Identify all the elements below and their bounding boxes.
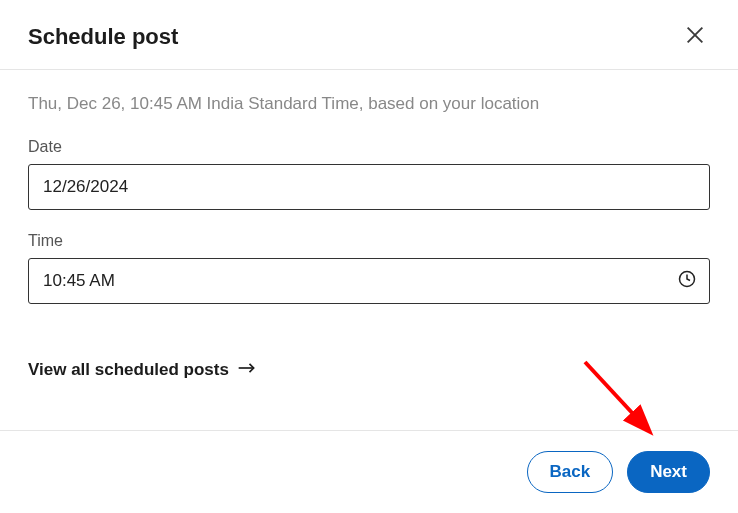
time-field-group: Time xyxy=(28,232,710,304)
schedule-post-modal: Schedule post Thu, Dec 26, 10:45 AM Indi… xyxy=(0,0,738,513)
time-input[interactable] xyxy=(28,258,710,304)
time-label: Time xyxy=(28,232,710,250)
modal-header: Schedule post xyxy=(0,0,738,70)
next-button[interactable]: Next xyxy=(627,451,710,493)
close-button[interactable] xyxy=(680,20,710,53)
time-input-wrapper xyxy=(28,258,710,304)
view-all-label: View all scheduled posts xyxy=(28,360,229,380)
back-button[interactable]: Back xyxy=(527,451,614,493)
date-input[interactable] xyxy=(28,164,710,210)
close-icon xyxy=(684,24,706,49)
modal-title: Schedule post xyxy=(28,24,178,50)
arrow-right-icon xyxy=(237,360,257,380)
date-label: Date xyxy=(28,138,710,156)
schedule-info-text: Thu, Dec 26, 10:45 AM India Standard Tim… xyxy=(28,94,710,114)
view-all-scheduled-link[interactable]: View all scheduled posts xyxy=(28,360,257,380)
date-field-group: Date xyxy=(28,138,710,210)
modal-body: Thu, Dec 26, 10:45 AM India Standard Tim… xyxy=(0,70,738,430)
modal-footer: Back Next xyxy=(0,430,738,513)
